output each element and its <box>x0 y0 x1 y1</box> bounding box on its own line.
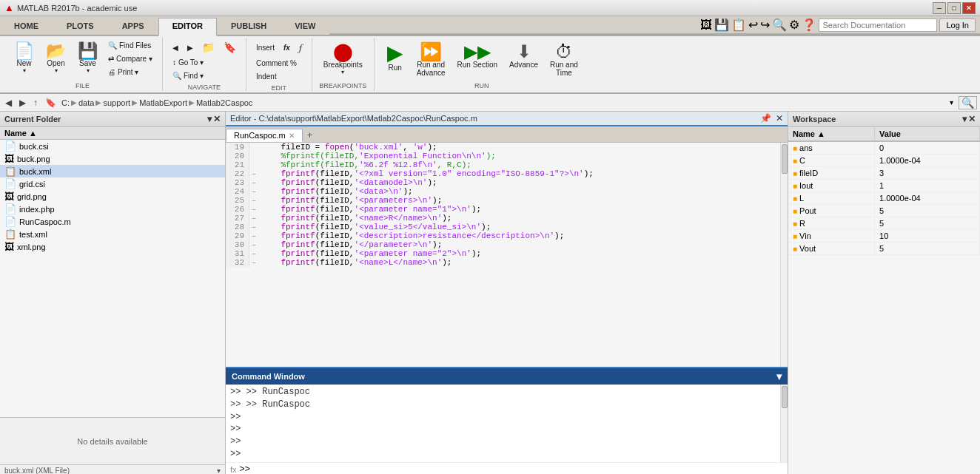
tab-plots[interactable]: PLOTS <box>53 18 108 35</box>
cmd-collapse-icon[interactable]: ▾ <box>776 370 782 382</box>
current-folder-close-icon[interactable]: ✕ <box>213 114 221 124</box>
details-panel: No details available buck.xml (XML File)… <box>0 417 225 474</box>
toolbar-icon-1[interactable]: 🖼 <box>700 18 712 32</box>
forward-button[interactable]: ▶ <box>184 39 197 55</box>
cmd-scrollbar[interactable] <box>780 385 788 462</box>
file-icon-index-php: 📄 <box>4 203 16 214</box>
new-button[interactable]: 📄 New ▾ <box>9 39 39 78</box>
ribbon-group-breakpoints: ⬤ Breakpoints ▾ BREAKPOINTS <box>312 38 375 91</box>
bookmark-button[interactable]: 🔖 <box>220 39 240 55</box>
comment-button[interactable]: Comment % <box>252 57 306 70</box>
file-item-grid-csi[interactable]: 📄 grid.csi <box>0 177 225 190</box>
file-icon-test-xml: 📋 <box>4 228 16 240</box>
nav-bookmark-button[interactable]: 🔖 <box>43 98 58 108</box>
compare-button[interactable]: ⇄ Compare ▾ <box>104 53 156 65</box>
workspace-menu-icon[interactable]: ▾ <box>962 114 967 124</box>
add-tab-button[interactable]: + <box>303 128 318 142</box>
editor-titlebar: Editor - C:\data\support\MatlabExport\Ma… <box>226 112 788 126</box>
find-files-button[interactable]: 🔍 Find Files <box>104 39 156 52</box>
cmd-input-field[interactable] <box>253 464 783 474</box>
ws-row-vout[interactable]: ■Vout 5 <box>788 243 980 255</box>
goto-button[interactable]: ↕ Go To ▾ <box>169 56 240 69</box>
toolbar-icon-5[interactable]: ↪ <box>760 18 770 32</box>
ws-row-ans[interactable]: ■ans 0 <box>788 141 980 155</box>
tab-home[interactable]: HOME <box>0 18 53 35</box>
breadcrumb-c[interactable]: C: <box>61 98 70 107</box>
ws-row-fileid[interactable]: ■fileID 3 <box>788 167 980 180</box>
navigate-group-label: NAVIGATE <box>188 82 221 91</box>
ws-row-r[interactable]: ■R 5 <box>788 217 980 230</box>
code-scroll[interactable]: 19 fileID = fopen('buck.xml', 'w'); 20 %… <box>226 143 780 367</box>
ws-row-vin[interactable]: ■Vin 10 <box>788 230 980 243</box>
insert-button[interactable]: Insert <box>252 41 278 54</box>
nav-forward-button[interactable]: ▶ <box>17 98 28 108</box>
toolbar-icon-3[interactable]: 📋 <box>731 18 746 32</box>
tab-view[interactable]: VIEW <box>281 18 329 35</box>
minimize-button[interactable]: ─ <box>933 2 946 14</box>
code-line-19: 19 fileID = fopen('buck.xml', 'w'); <box>226 143 780 152</box>
search-documentation-input[interactable] <box>819 18 937 32</box>
editor-close-icon[interactable]: ✕ <box>776 113 783 123</box>
run-button[interactable]: ▶ Run <box>380 39 410 75</box>
save-button[interactable]: 💾 Save ▾ <box>73 39 103 78</box>
file-item-index-php[interactable]: 📄 index.php <box>0 203 225 215</box>
ws-row-l[interactable]: ■L 1.0000e-04 <box>788 192 980 205</box>
run-advance-button[interactable]: ⏩ Run and Advance <box>412 39 451 81</box>
tab-publish[interactable]: PUBLISH <box>217 18 281 35</box>
file-icon-xml-png: 🖼 <box>4 241 14 252</box>
breadcrumb-dropdown[interactable]: ▾ <box>950 98 953 106</box>
toolbar-icon-7[interactable]: ⚙ <box>789 18 799 32</box>
breadcrumb-matlab2caspoc[interactable]: Matlab2Caspoc <box>196 98 252 107</box>
editor-pin-icon[interactable]: 📌 <box>760 113 771 123</box>
nav-back-button[interactable]: ◀ <box>3 98 14 108</box>
ws-row-pout[interactable]: ■Pout 5 <box>788 205 980 217</box>
print-button[interactable]: 🖨 Print ▾ <box>104 66 156 78</box>
cmd-fx-label: fx <box>230 465 237 474</box>
toolbar-icon-8[interactable]: ❓ <box>802 18 816 32</box>
back-button[interactable]: ◀ <box>169 39 182 55</box>
folder-icon-btn[interactable]: 📁 <box>198 39 218 55</box>
open-icon: 📂 <box>46 43 66 59</box>
file-item-test-xml[interactable]: 📋 test.xml <box>0 228 225 240</box>
file-item-buck-png[interactable]: 🖼 buck.png <box>0 152 225 165</box>
breadcrumb-matlabexport[interactable]: MatlabExport <box>139 98 187 107</box>
find-button[interactable]: 🔍 Find ▾ <box>169 70 240 82</box>
run-time-button[interactable]: ⏱ Run and Time <box>545 39 583 81</box>
toolbar-icon-6[interactable]: 🔍 <box>772 18 787 32</box>
file-item-buck-xml[interactable]: 📋 buck.xml <box>0 165 225 177</box>
editor-tabs: RunCaspoc.m ✕ + <box>226 126 788 143</box>
path-search-icon[interactable]: 🔍 <box>959 96 977 109</box>
close-button[interactable]: ✕ <box>962 2 976 14</box>
breadcrumb-support[interactable]: support <box>103 98 130 107</box>
indent-button[interactable]: Indent <box>252 70 306 83</box>
breakpoints-button[interactable]: ⬤ Breakpoints ▾ <box>318 39 368 79</box>
new-icon: 📄 <box>14 43 34 59</box>
file-item-grid-png[interactable]: 🖼 grid.png <box>0 190 225 203</box>
file-item-buck-csi[interactable]: 📄 buck.csi <box>0 140 225 152</box>
editor-tab-runcaspoc[interactable]: RunCaspoc.m ✕ <box>226 129 303 142</box>
maximize-button[interactable]: □ <box>947 2 961 14</box>
toolbar-icon-4[interactable]: ↩ <box>748 18 758 32</box>
file-item-xml-png[interactable]: 🖼 xml.png <box>0 240 225 253</box>
editor-scrollbar[interactable] <box>780 143 788 367</box>
current-folder-menu-icon[interactable]: ▾ <box>207 114 212 124</box>
breadcrumb-data[interactable]: data <box>78 98 94 107</box>
open-button[interactable]: 📂 Open ▾ <box>41 39 71 78</box>
login-button[interactable]: Log In <box>939 18 976 32</box>
advance-button[interactable]: ⬇ Advance <box>504 39 543 72</box>
workspace-close-icon[interactable]: ✕ <box>968 114 976 124</box>
fx-button[interactable]: fx <box>280 41 294 54</box>
nav-up-button[interactable]: ↑ <box>31 98 40 108</box>
tab-editor[interactable]: EDITOR <box>158 18 217 36</box>
file-item-runcaspoc-m[interactable]: 📄 RunCaspoc.m <box>0 215 225 228</box>
navigate-buttons: ◀ ▶ 📁 🔖 ↕ Go To ▾ 🔍 Find ▾ <box>169 39 240 82</box>
fx2-button[interactable]: 𝑓 <box>295 39 306 56</box>
toolbar-icon-2[interactable]: 💾 <box>714 18 729 32</box>
ws-row-iout[interactable]: ■Iout 1 <box>788 180 980 192</box>
editor-tab-close-icon[interactable]: ✕ <box>289 132 295 140</box>
tab-apps[interactable]: APPS <box>108 18 158 35</box>
details-dropdown-icon[interactable]: ▾ <box>217 467 221 474</box>
cmd-line-2: >> >> RunCaspoc <box>230 399 776 411</box>
run-section-button[interactable]: ▶▶ Run Section <box>452 39 503 72</box>
ws-row-c[interactable]: ■C 1.0000e-04 <box>788 155 980 167</box>
